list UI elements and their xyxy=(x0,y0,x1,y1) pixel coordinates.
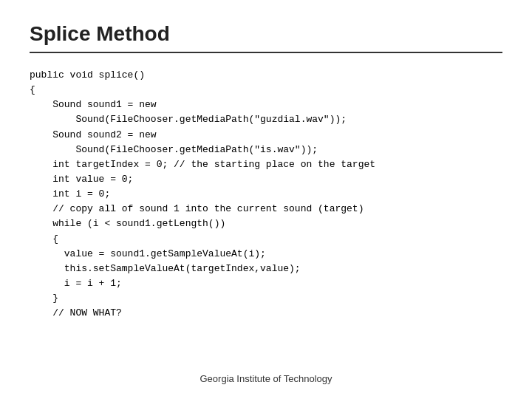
footer-text: Georgia Institute of Technology xyxy=(200,373,332,384)
footer: Georgia Institute of Technology xyxy=(30,366,502,384)
page: Splice Method public void splice() { Sou… xyxy=(0,0,532,399)
code-block: public void splice() { Sound sound1 = ne… xyxy=(30,68,502,366)
page-title: Splice Method xyxy=(30,22,502,46)
title-section: Splice Method xyxy=(30,22,502,53)
